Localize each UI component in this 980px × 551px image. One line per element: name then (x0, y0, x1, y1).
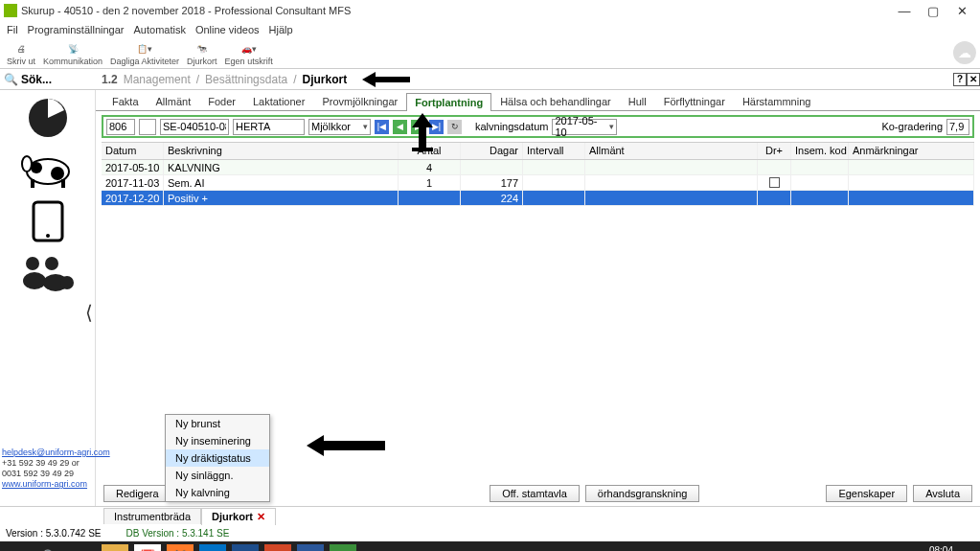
col-beskrivning[interactable]: Beskrivning (164, 143, 399, 159)
minimize-button[interactable]: — (890, 1, 919, 20)
forhandsgranskning-button[interactable]: örhandsgranskning (585, 485, 700, 502)
col-dagar[interactable]: Dagar (461, 143, 523, 159)
ctx-ny-sinlaggn[interactable]: Ny sinläggn. (166, 467, 269, 484)
calendar-icon[interactable]: 📅 (134, 544, 161, 551)
search-box[interactable]: 🔍 Sök... (0, 71, 96, 88)
kogradering-input[interactable] (946, 119, 969, 135)
col-insemkod[interactable]: Insem. kod (791, 143, 849, 159)
toolbar-djurkort[interactable]: 🐄Djurkort (184, 41, 220, 66)
col-allmant[interactable]: Allmänt (585, 143, 758, 159)
ctx-ny-draktigstatus[interactable]: Ny dräktigstatus (166, 449, 269, 467)
app3-icon[interactable]: ▦ (330, 544, 356, 551)
taskbar: ⊞ 🔍 ⊡ 📁 📅 🦊 ✉ ▦ ▦ W ▦ ˄ 👤 ☁ 🖧 🔊 08:04 20… (0, 541, 980, 551)
tab-forflytt[interactable]: Förflyttningar (655, 92, 734, 110)
toolbar-comm[interactable]: 📡Kommunikation (40, 41, 105, 66)
toolbar: 🖨Skriv ut 📡Kommunikation 📋▾Dagliga Aktiv… (0, 38, 980, 69)
ctx-ny-brunst[interactable]: Ny brunst (166, 415, 269, 432)
helpdesk-web[interactable]: www.uniform-agri.com (2, 479, 110, 490)
table-row-selected[interactable]: 2017-12-20 Positiv + 224 (102, 191, 974, 206)
sidebar-cow-icon[interactable] (19, 148, 77, 192)
ctx-ny-inseminering[interactable]: Ny inseminering (166, 432, 269, 449)
title-bar: Skurup - 40510 - den 2 november 2018 - P… (0, 0, 980, 21)
taskview-icon[interactable]: ⊡ (69, 544, 96, 551)
avsluta-button[interactable]: Avsluta (913, 485, 972, 502)
nav-refresh[interactable]: ↻ (447, 120, 462, 134)
crumb-besattning[interactable]: Besättningsdata (205, 73, 287, 86)
col-datum[interactable]: Datum (102, 143, 164, 159)
tab-hull[interactable]: Hull (620, 92, 655, 110)
app2-icon[interactable]: ▦ (264, 544, 291, 551)
tab-fakta[interactable]: Fakta (103, 92, 148, 110)
nav-last[interactable]: ▶| (429, 120, 444, 134)
kogradering-label: Ko-gradering (881, 121, 943, 132)
breadcrumb: 1.2 Management / Besättningsdata / Djurk… (96, 72, 410, 87)
tab-fortplantning[interactable]: Fortplantning (406, 93, 491, 111)
tab-harstamm[interactable]: Härstammning (734, 92, 820, 110)
taskbar-clock[interactable]: 08:04 2018-11-02 (904, 545, 957, 551)
tab-provmjolk[interactable]: Provmjölkningar (313, 92, 406, 110)
helpdesk-links: helpdesk@uniform-agri.com +31 592 39 49 … (2, 448, 110, 490)
egenskaper-button[interactable]: Egenskaper (826, 485, 907, 502)
toolbar-egen[interactable]: 🚗▾Egen utskrift (222, 41, 276, 66)
db-version: DB Version : 5.3.141 SE (126, 528, 230, 539)
col-anmark[interactable]: Anmärkningar (849, 143, 974, 159)
menu-hjalp[interactable]: Hjälp (266, 24, 296, 35)
ctx-ny-kalvning[interactable]: Ny kalvning (166, 484, 269, 501)
window-title: Skurup - 40510 - den 2 november 2018 - P… (21, 5, 351, 16)
sidebar-people-icon[interactable] (19, 251, 77, 295)
close-tab-icon[interactable]: ✕ (257, 511, 265, 522)
sidebar-pie-icon[interactable] (19, 96, 77, 140)
crumb-management[interactable]: Management (124, 73, 191, 86)
nav-prev[interactable]: ◀ (393, 120, 407, 134)
off-stamtavla-button[interactable]: Off. stamtavla (490, 485, 580, 502)
firefox-icon[interactable]: 🦊 (167, 544, 194, 551)
svg-point-10 (26, 257, 39, 270)
menu-onlinevideos[interactable]: Online videos (193, 24, 262, 35)
nav-first[interactable]: |◀ (375, 120, 389, 134)
animal-id-input[interactable] (106, 119, 135, 135)
help-button[interactable]: ? (953, 73, 967, 86)
tab-laktationer[interactable]: Laktationer (244, 92, 313, 110)
cloud-icon[interactable]: ☁ (953, 41, 976, 64)
close-panel-button[interactable]: ✕ (967, 73, 980, 86)
sidebar-collapse[interactable]: ⟨ (85, 301, 93, 324)
nav-next[interactable]: ▶ (411, 120, 425, 134)
svg-marker-0 (362, 72, 410, 87)
redigera-button[interactable]: Redigera (103, 485, 171, 502)
explorer-icon[interactable]: 📁 (102, 544, 128, 551)
menu-programinstallningar[interactable]: Programinställningar (25, 24, 127, 35)
group-dropdown[interactable]: Mjölkkor (308, 119, 371, 135)
tab-allmant[interactable]: Allmänt (148, 92, 200, 110)
menu-automatisk[interactable]: Automatisk (131, 24, 189, 35)
toolbar-print[interactable]: 🖨Skriv ut (4, 41, 38, 66)
svg-point-9 (46, 234, 50, 238)
bottom-tab-djurkort[interactable]: Djurkort✕ (201, 508, 276, 525)
col-dr[interactable]: Dr+ (758, 143, 791, 159)
search-taskbar-icon[interactable]: 🔍 (36, 544, 63, 551)
se-id-input[interactable] (160, 119, 229, 135)
tab-foder[interactable]: Foder (199, 92, 244, 110)
animal-name-input[interactable] (233, 119, 305, 135)
col-antal[interactable]: Antal (399, 143, 461, 159)
start-button[interactable]: ⊞ (4, 544, 31, 551)
table-row[interactable]: 2017-11-03 Sem. AI 1 177 (102, 175, 974, 191)
svg-point-7 (22, 156, 32, 172)
sidebar: ⟨ (0, 90, 96, 506)
app1-icon[interactable]: ▦ (232, 544, 259, 551)
maximize-button[interactable]: ▢ (919, 1, 947, 20)
close-button[interactable]: ✕ (947, 1, 976, 20)
word-icon[interactable]: W (297, 544, 324, 551)
bottom-tab-instrumentbrada[interactable]: Instrumentbräda (103, 508, 201, 524)
toolbar-daily[interactable]: 📋▾Dagliga Aktiviteter (107, 41, 182, 66)
animal-id-extra-input[interactable] (139, 119, 156, 135)
table-row[interactable]: 2017-05-10 KALVNING 4 (102, 160, 974, 175)
kalvdate-dropdown[interactable]: 2017-05-10 (552, 119, 617, 135)
helpdesk-email[interactable]: helpdesk@uniform-agri.com (2, 448, 110, 458)
menu-fil[interactable]: Fil (4, 24, 21, 35)
col-intervall[interactable]: Intervall (523, 143, 585, 159)
tab-halsa[interactable]: Hälsa och behandlingar (491, 92, 620, 110)
sidebar-phone-icon[interactable] (19, 199, 77, 243)
dr-checkbox[interactable] (769, 177, 780, 188)
outlook-icon[interactable]: ✉ (199, 544, 226, 551)
help-buttons: ? ✕ (953, 73, 980, 86)
